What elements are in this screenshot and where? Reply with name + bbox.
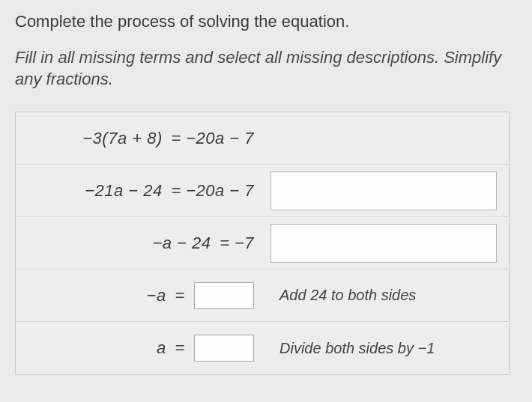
question-prompt: Complete the process of solving the equa… <box>15 10 517 33</box>
equation-row: −a = Add 24 to both sides <box>16 269 509 322</box>
answer-input[interactable] <box>194 282 254 309</box>
equals-sign: = <box>167 129 186 148</box>
equation-lhs: −a <box>147 286 171 305</box>
equation-rhs: −20a − 7 <box>186 129 254 148</box>
equation-cell: a = <box>16 335 263 362</box>
equation-row: −3(7a + 8) = −20a − 7 <box>16 112 509 165</box>
equation-cell: −a = <box>16 282 263 309</box>
equation-lhs: a <box>157 338 171 358</box>
rhs-text: −20a − 7 <box>186 181 254 201</box>
rhs-text: −20a − 7 <box>186 129 254 148</box>
equals-sign: = <box>167 181 186 201</box>
equation-lhs: −3(7a + 8) <box>82 129 167 148</box>
description-select[interactable] <box>270 171 497 210</box>
equation-lhs: −21a − 24 <box>85 181 167 201</box>
equation-rhs: −20a − 7 <box>186 181 254 201</box>
question-instructions: Fill in all missing terms and select all… <box>15 46 517 91</box>
equals-sign: = <box>171 338 190 358</box>
equation-cell: −21a − 24 = −20a − 7 <box>16 181 263 201</box>
equation-row: −a − 24 = −7 <box>16 217 509 269</box>
description-select[interactable] <box>270 224 497 263</box>
equation-row: −21a − 24 = −20a − 7 <box>16 165 509 217</box>
equation-rhs <box>190 335 254 362</box>
description-label: Add 24 to both sides <box>270 276 497 315</box>
equation-lhs: −a − 24 <box>152 234 215 253</box>
equation-rhs: −7 <box>235 234 254 253</box>
equation-cell: −3(7a + 8) = −20a − 7 <box>16 129 263 148</box>
description-label: Divide both sides by −1 <box>270 329 497 368</box>
equals-sign: = <box>216 234 235 253</box>
rhs-text: −7 <box>235 234 254 253</box>
equation-worksheet: −3(7a + 8) = −20a − 7 −21a − 24 = −20a −… <box>15 112 510 375</box>
equation-cell: −a − 24 = −7 <box>16 234 263 253</box>
answer-input[interactable] <box>194 335 254 362</box>
equation-row: a = Divide both sides by −1 <box>16 322 509 374</box>
equals-sign: = <box>171 286 190 305</box>
equation-rhs <box>190 282 254 309</box>
